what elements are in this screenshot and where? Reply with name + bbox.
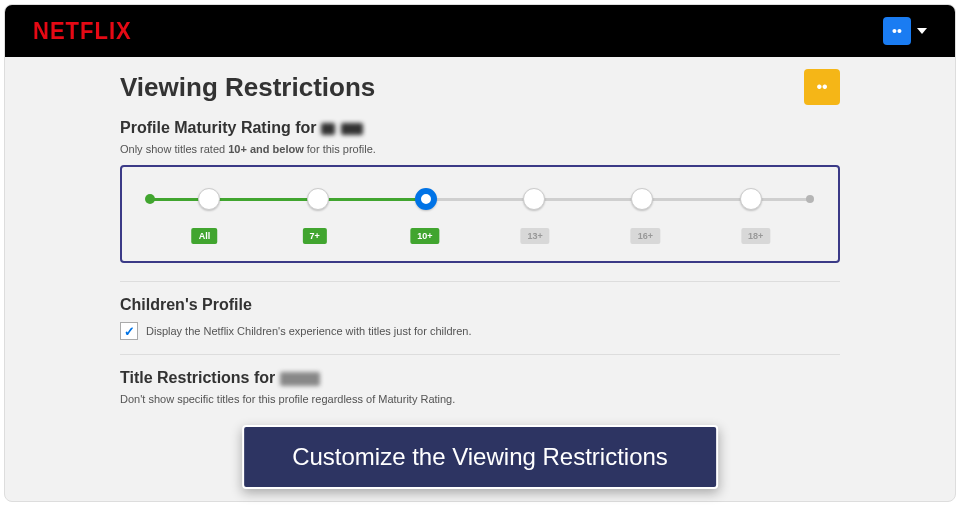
title-restrictions-section: Title Restrictions for Don't show specif… [120,369,840,405]
callout-banner: Customize the Viewing Restrictions [242,425,718,489]
slider-knob-10[interactable] [415,188,437,210]
slider-knob-18[interactable] [740,188,762,210]
title-restrictions-heading: Title Restrictions for [120,369,840,387]
maturity-subtext: Only show titles rated 10+ and below for… [120,143,840,155]
rating-label-all: All [192,228,218,244]
account-avatar-icon: •• [883,17,911,45]
maturity-slider-box: All7+10+13+16+18+ [120,165,840,263]
maturity-slider[interactable] [150,189,810,209]
children-heading: Children's Profile [120,296,840,314]
netflix-logo[interactable]: NETFLIX [33,17,132,46]
maturity-heading: Profile Maturity Rating for [120,119,840,137]
top-navbar: NETFLIX •• [5,5,955,57]
profile-avatar-icon: •• [804,69,840,105]
maturity-sub-prefix: Only show titles rated [120,143,228,155]
slider-knob-16[interactable] [631,188,653,210]
rating-label-18: 18+ [741,228,770,244]
slider-labels: All7+10+13+16+18+ [144,225,816,243]
slider-end-dot [806,195,814,203]
redacted-name-3 [280,372,320,386]
rating-label-7: 7+ [303,228,327,244]
redacted-name-2 [341,123,363,135]
title-restrictions-subtext: Don't show specific titles for this prof… [120,393,840,405]
divider-2 [120,354,840,355]
slider-track-green [150,198,426,201]
divider-1 [120,281,840,282]
page-title: Viewing Restrictions [120,72,375,103]
slider-knob-all[interactable] [198,188,220,210]
rating-label-16: 16+ [631,228,660,244]
chevron-down-icon [917,28,927,34]
rating-label-10: 10+ [410,228,439,244]
maturity-heading-prefix: Profile Maturity Rating for [120,119,316,136]
slider-start-dot [145,194,155,204]
children-section: Children's Profile ✓ Display the Netflix… [120,296,840,340]
children-checkbox-label: Display the Netflix Children's experienc… [146,325,472,337]
rating-label-13: 13+ [520,228,549,244]
redacted-name-1 [321,123,335,135]
account-menu[interactable]: •• [883,17,927,45]
slider-knob-13[interactable] [523,188,545,210]
title-restrictions-prefix: Title Restrictions for [120,369,275,386]
maturity-sub-suffix: for this profile. [304,143,376,155]
maturity-sub-bold: 10+ and below [228,143,304,155]
maturity-section: Profile Maturity Rating for Only show ti… [120,119,840,263]
slider-knob-7[interactable] [307,188,329,210]
children-checkbox[interactable]: ✓ [120,322,138,340]
